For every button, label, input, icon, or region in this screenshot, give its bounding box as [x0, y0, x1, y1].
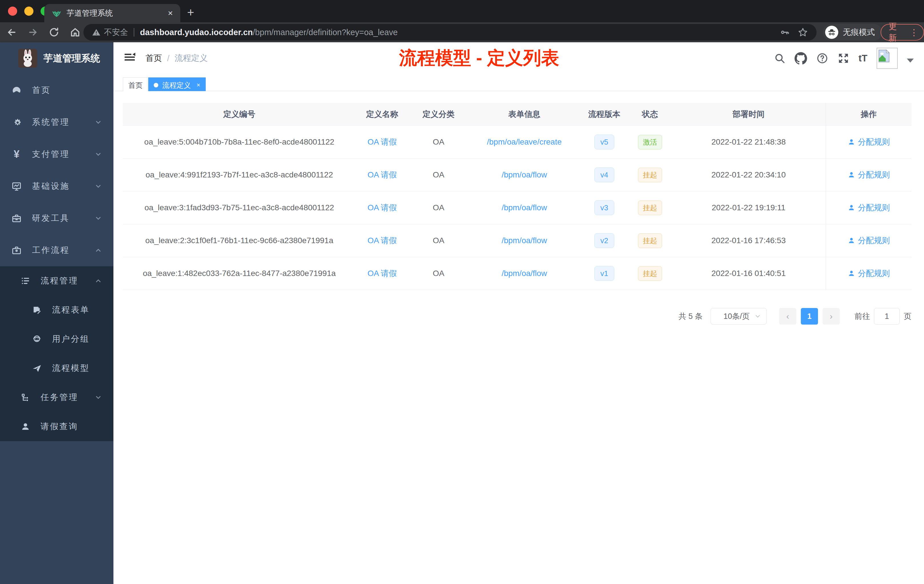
tag-close-icon[interactable]: ×: [196, 81, 200, 89]
table-row: oa_leave:2:3c1f0ef1-76b1-11ec-9c66-a2380…: [123, 224, 911, 257]
definition-name-link[interactable]: OA 请假: [368, 137, 397, 147]
page-size-select[interactable]: 10条/页: [711, 308, 767, 325]
help-icon[interactable]: [816, 52, 828, 64]
assign-rule-button[interactable]: 分配规则: [848, 268, 890, 279]
user-icon: [848, 171, 855, 178]
browser-tabstrip: 芋道管理系统 × +: [0, 0, 924, 22]
sidebar-item-user-group[interactable]: 用户分组: [0, 325, 114, 354]
omnibox-divider: [134, 28, 134, 36]
sidebar-item-process-form[interactable]: 流程表单: [0, 295, 114, 325]
deploy-time: 2022-01-22 21:48:38: [672, 126, 826, 158]
password-key-icon[interactable]: [779, 27, 789, 37]
user-icon: [848, 204, 855, 211]
sidebar-logo[interactable]: 芋道管理系统: [0, 42, 114, 74]
font-size-icon[interactable]: tT: [858, 53, 868, 64]
definition-name-link[interactable]: OA 请假: [368, 170, 397, 180]
table-row: oa_leave:1:482ec033-762a-11ec-8477-a2380…: [123, 257, 911, 290]
forward-icon[interactable]: [27, 27, 38, 38]
sidebar-item-system[interactable]: 系统管理: [0, 106, 114, 138]
security-warning-label: 不安全: [104, 27, 128, 38]
tag-home[interactable]: 首页: [123, 78, 148, 93]
definition-name-link[interactable]: OA 请假: [368, 202, 397, 213]
bookmark-star-icon[interactable]: [798, 27, 808, 38]
user-icon: [848, 270, 855, 277]
gear-icon: [12, 117, 22, 127]
chrome-update-button[interactable]: 更新 ⋮: [881, 24, 924, 41]
security-warning[interactable]: 不安全: [92, 27, 128, 38]
sidebar-item-payment[interactable]: ¥ 支付管理: [0, 138, 114, 170]
sidebar-item-task-management[interactable]: 任务管理: [0, 383, 114, 412]
window-close-button[interactable]: [8, 7, 17, 16]
column-header: 定义编号: [123, 103, 356, 125]
form-link[interactable]: /bpm/oa/leave/create: [487, 137, 562, 147]
favicon-plant-icon: [52, 8, 61, 18]
window-minimize-button[interactable]: [24, 7, 33, 16]
form-link[interactable]: /bpm/oa/flow: [502, 170, 547, 180]
sidebar-item-home[interactable]: 首页: [0, 74, 114, 106]
tag-dot: [154, 83, 158, 87]
prev-page-button[interactable]: ‹: [779, 308, 796, 325]
document-edit-icon: [32, 305, 42, 315]
table-row: oa_leave:3:1fad3d93-7b75-11ec-a3c8-acde4…: [123, 191, 911, 224]
status-badge: 挂起: [638, 201, 662, 215]
browser-tab[interactable]: 芋道管理系统 ×: [44, 4, 180, 22]
assign-rule-button[interactable]: 分配规则: [848, 170, 890, 180]
form-link[interactable]: /bpm/oa/flow: [502, 269, 547, 278]
yen-icon: ¥: [12, 148, 22, 160]
definition-id: oa_leave:1:482ec033-762a-11ec-8477-a2380…: [123, 257, 356, 290]
tag-process-definition[interactable]: 流程定义 ×: [148, 78, 206, 93]
sidebar-collapse-icon[interactable]: [124, 52, 136, 62]
new-tab-button[interactable]: +: [187, 6, 194, 19]
chevron-down-icon: [94, 150, 102, 158]
definition-name-link[interactable]: OA 请假: [368, 235, 397, 246]
browser-toolbar: 不安全 dashboard.yudao.iocoder.cn/bpm/manag…: [0, 22, 924, 42]
sidebar-item-process-model[interactable]: 流程模型: [0, 354, 114, 383]
next-page-button[interactable]: ›: [823, 308, 840, 325]
assign-rule-button[interactable]: 分配规则: [848, 137, 890, 147]
sidebar-item-dev-tools[interactable]: 研发工具: [0, 202, 114, 234]
goto-page-input[interactable]: [874, 308, 900, 325]
assign-rule-button[interactable]: 分配规则: [848, 202, 890, 213]
address-bar[interactable]: 不安全 dashboard.yudao.iocoder.cn/bpm/manag…: [83, 24, 817, 41]
definition-name-link[interactable]: OA 请假: [368, 268, 397, 279]
column-header: 定义名称: [356, 103, 409, 125]
incognito-badge: 无痕模式: [823, 24, 882, 41]
sidebar-item-label: 工作流程: [32, 244, 70, 256]
incognito-icon: [825, 26, 838, 39]
warning-icon: [92, 28, 101, 36]
annotation-title: 流程模型 - 定义列表: [371, 46, 588, 70]
definition-id: oa_leave:2:3c1f0ef1-76b1-11ec-9c66-a2380…: [123, 224, 356, 257]
back-icon[interactable]: [6, 27, 17, 38]
home-icon[interactable]: [70, 27, 81, 38]
sidebar-item-infrastructure[interactable]: 基础设施: [0, 170, 114, 202]
toolbox-icon: [12, 213, 22, 223]
assign-rule-button[interactable]: 分配规则: [848, 235, 890, 246]
page-number-button[interactable]: 1: [801, 308, 818, 325]
status-badge: 挂起: [638, 266, 662, 281]
sidebar-item-workflow[interactable]: 工作流程: [0, 234, 114, 266]
sidebar-item-leave-query[interactable]: 请假查询: [0, 412, 114, 441]
fullscreen-icon[interactable]: [837, 52, 850, 64]
sidebar-item-label: 流程表单: [52, 304, 90, 316]
tab-close-icon[interactable]: ×: [168, 8, 173, 18]
form-link[interactable]: /bpm/oa/flow: [502, 236, 547, 245]
pagination: 共 5 条 10条/页 ‹ 1 › 前往 页: [678, 308, 911, 325]
update-label: 更新: [889, 21, 903, 44]
search-icon[interactable]: [774, 53, 785, 64]
window-controls: [8, 7, 50, 16]
assign-rule-label: 分配规则: [858, 137, 890, 147]
breadcrumb-home[interactable]: 首页: [145, 53, 162, 64]
sidebar: 芋道管理系统 首页 系统管理 ¥ 支付管理: [0, 42, 114, 584]
browser-menu-kebab-icon[interactable]: ⋮: [910, 27, 918, 38]
reload-icon[interactable]: [49, 27, 59, 38]
sidebar-item-process-management[interactable]: 流程管理: [0, 266, 114, 295]
user-avatar[interactable]: [876, 48, 898, 69]
column-header: 状态: [629, 103, 672, 125]
form-link[interactable]: /bpm/oa/flow: [502, 203, 547, 212]
status-badge: 挂起: [638, 168, 662, 182]
avatar-dropdown-caret-icon[interactable]: [907, 59, 914, 63]
monitor-icon: [12, 181, 22, 191]
deploy-time: 2022-01-16 17:46:53: [672, 224, 826, 257]
github-icon[interactable]: [795, 52, 807, 64]
sidebar-item-label: 系统管理: [32, 117, 70, 128]
